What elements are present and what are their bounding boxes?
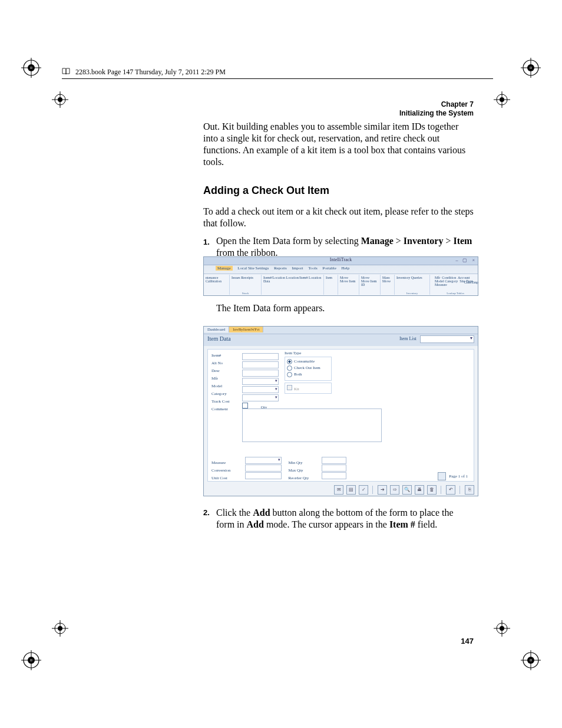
- menu-bar: Manage Local Site Settings Reports Impor…: [204, 265, 478, 274]
- chapter-title: Initializing the System: [399, 109, 474, 118]
- field-label: Reorder Qty: [289, 476, 321, 480]
- step-number: 2.: [203, 507, 216, 531]
- header-text: 2283.book Page 147 Thursday, July 7, 201…: [75, 68, 226, 76]
- ribbon-button[interactable]: Item: [326, 276, 332, 279]
- field-label: Item#: [211, 353, 244, 361]
- book-icon: [62, 68, 70, 77]
- radio-consumable[interactable]: Consumable: [287, 359, 329, 365]
- kit-checkbox[interactable]: [287, 385, 292, 390]
- reorder-qty-input[interactable]: [322, 472, 346, 479]
- field-label: Unit Cost: [211, 476, 244, 480]
- section-heading: Adding a Check Out Item: [203, 185, 474, 196]
- ribbon-area: ntenance Calibration Issues Receipts Sto…: [204, 274, 478, 295]
- toolbar-forward-icon[interactable]: ⇨: [390, 485, 399, 495]
- toolbar-check-icon[interactable]: ✓: [359, 485, 368, 495]
- measure-dropdown[interactable]: [245, 457, 282, 464]
- toolbar-delete-icon[interactable]: 🗑: [427, 485, 437, 495]
- alt-no-input[interactable]: [242, 361, 279, 368]
- mfr-dropdown[interactable]: [242, 378, 279, 385]
- toolbar-search-icon[interactable]: 🔍: [402, 485, 412, 495]
- toolbar-list-icon[interactable]: ▤: [346, 485, 356, 495]
- field-label: Alt No: [211, 361, 244, 368]
- conversion-input[interactable]: [245, 465, 282, 472]
- field-label: Mfr: [211, 376, 244, 384]
- page-of-label: Page 1 of 1: [449, 474, 468, 479]
- menu-item[interactable]: Local Site Settings: [237, 266, 269, 271]
- grid-icon[interactable]: [438, 472, 446, 480]
- crop-mark-small-icon: [52, 620, 68, 637]
- field-label: Track Cost: [211, 399, 244, 407]
- desc-input[interactable]: [242, 370, 279, 377]
- step-number: 1.: [203, 235, 216, 259]
- field-label: Category: [211, 391, 244, 399]
- ribbon-button[interactable]: Move Move Item: [340, 276, 356, 283]
- toolbar-undo-icon[interactable]: ↶: [446, 485, 455, 495]
- step-2: 2. Click the Add button along the bottom…: [203, 507, 474, 531]
- kit-label: Kit: [294, 387, 299, 391]
- toolbar-next-icon[interactable]: ➔: [378, 485, 387, 495]
- item-list-label: Item List: [399, 336, 416, 341]
- min-qty-input[interactable]: [322, 457, 346, 464]
- running-header: 2283.book Page 147 Thursday, July 7, 201…: [62, 68, 493, 77]
- field-label: Model: [211, 384, 244, 391]
- crop-mark-icon: [21, 650, 41, 670]
- menu-item[interactable]: Reports: [274, 266, 287, 271]
- comment-textarea[interactable]: [242, 409, 382, 442]
- step-1-caption: The Item Data form appears.: [216, 303, 325, 314]
- track-cost-checkbox[interactable]: [242, 403, 248, 409]
- crop-mark-icon: [521, 58, 541, 78]
- step-text: Open the Item Data form by selecting Man…: [216, 235, 474, 259]
- toolbar-print-icon[interactable]: 🖶: [415, 485, 424, 495]
- form-title: Item Data: [207, 335, 231, 342]
- menu-item[interactable]: Help: [342, 266, 350, 271]
- ribbon-button[interactable]: Inventory Queries: [396, 276, 422, 279]
- menu-item[interactable]: Tools: [308, 266, 317, 271]
- menu-item[interactable]: Manage: [216, 266, 233, 271]
- ribbon-button[interactable]: Mass Move: [382, 276, 391, 283]
- crop-mark-icon: [21, 58, 41, 78]
- item-number-input[interactable]: [242, 353, 279, 360]
- chapter-label: Chapter 7: [399, 100, 474, 109]
- ribbon-button[interactable]: Cust/Emp: [464, 281, 478, 284]
- app-title: IntelliTrack: [330, 257, 352, 262]
- ribbon-button[interactable]: Measure: [435, 283, 447, 286]
- unit-cost-input[interactable]: [245, 472, 282, 479]
- item-type-label: Item Type: [285, 351, 332, 355]
- ribbon-button[interactable]: Move Move Item ID: [361, 276, 377, 286]
- toolbar-exit-icon[interactable]: ⎘: [465, 485, 474, 495]
- ribbon-button[interactable]: Item#/Location Location/Item# Location D…: [263, 276, 321, 283]
- crop-mark-small-icon: [52, 91, 68, 108]
- step-text: Click the Add button along the bottom of…: [216, 507, 474, 531]
- item-data-form-screenshot: DashboardInvByItemWFrt Item Data Item Li…: [203, 326, 478, 496]
- item-list-dropdown[interactable]: [420, 335, 474, 343]
- form-toolbar: ✉ ▤ ✓ ➔ ⇨ 🔍 🖶 🗑 ↶ ⎘: [207, 484, 474, 493]
- header-rule: [62, 78, 493, 79]
- ribbon-button[interactable]: ntenance Calibration: [206, 276, 222, 283]
- crop-mark-small-icon: [494, 620, 510, 637]
- toolbar-mail-icon[interactable]: ✉: [334, 485, 343, 495]
- tab-invbyitem[interactable]: InvByItemWFrt: [229, 327, 263, 332]
- ribbon-screenshot: IntelliTrack – ▢ × Manage Local Site Set…: [203, 256, 478, 296]
- intro-paragraph: Out. Kit building enables you to assembl…: [203, 121, 474, 168]
- field-label: Desc: [211, 368, 244, 376]
- model-dropdown[interactable]: [242, 386, 279, 393]
- chapter-header: Chapter 7 Initializing the System: [399, 100, 474, 118]
- category-dropdown[interactable]: [242, 394, 279, 401]
- page-number: 147: [461, 637, 474, 645]
- radio-both[interactable]: Both: [287, 372, 329, 378]
- menu-item[interactable]: Portable: [323, 266, 336, 271]
- crop-mark-small-icon: [494, 91, 510, 108]
- menu-item[interactable]: Import: [292, 266, 303, 271]
- section-intro: To add a check out item or a kit check o…: [203, 206, 474, 229]
- field-label: Comment: [211, 407, 244, 414]
- window-buttons[interactable]: – ▢ ×: [455, 258, 477, 263]
- ribbon-button[interactable]: Issues Receipts: [232, 276, 253, 279]
- tab-dashboard[interactable]: Dashboard: [204, 327, 229, 332]
- radio-checkout[interactable]: Check Out Item: [287, 365, 329, 372]
- crop-mark-icon: [521, 650, 541, 670]
- max-qty-input[interactable]: [322, 465, 346, 472]
- step-1: 1. Open the Item Data form by selecting …: [203, 235, 474, 259]
